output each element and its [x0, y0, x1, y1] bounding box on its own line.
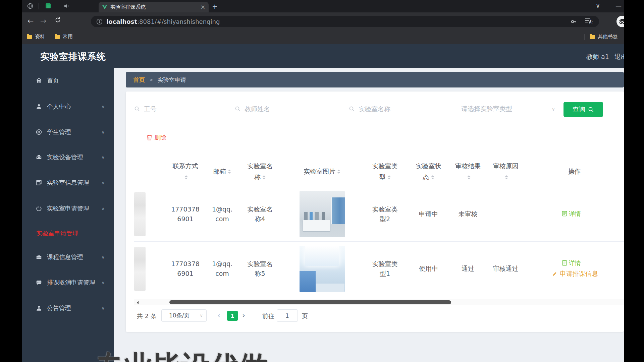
cell-lab-name: 实验室名称5	[238, 242, 282, 296]
user-label[interactable]: 教师 a1	[586, 53, 609, 61]
cell-lab-type: 实验室类型1	[362, 242, 408, 296]
sidebar-label: 学生管理	[47, 128, 71, 136]
info-icon[interactable]	[96, 18, 103, 25]
reload-icon[interactable]	[54, 16, 61, 23]
sort-icon[interactable]	[387, 174, 391, 181]
speaker-icon[interactable]	[64, 3, 70, 9]
url-host: localhost	[106, 18, 137, 25]
breadcrumb-home[interactable]: 首页	[133, 76, 145, 84]
delete-button[interactable]: 删除	[147, 133, 166, 141]
left-black-bar	[0, 0, 22, 362]
sidebar-label: 课程信息管理	[47, 253, 83, 261]
reading-list-icon[interactable]	[585, 17, 591, 24]
tab-title: 实验室排课系统	[110, 4, 198, 10]
globe-icon[interactable]	[27, 3, 34, 9]
bookmark-item[interactable]: 常用	[55, 34, 73, 40]
search-field-lab-name[interactable]	[349, 101, 436, 117]
cell-lab-status: 申请中	[408, 187, 449, 242]
new-tab-button[interactable]: +	[212, 2, 218, 10]
detail-link[interactable]: 详情	[562, 209, 581, 219]
goto-page-value: 1	[285, 312, 289, 319]
sort-icon[interactable]	[431, 174, 434, 181]
sidebar-item-course[interactable]: 课程信息管理 ∨	[22, 248, 114, 266]
cell-lab-status: 使用中	[408, 242, 449, 296]
key-icon[interactable]	[570, 18, 577, 25]
table-row[interactable]: 17703786901 1@qq.com 实验室名称5 实验室类型1 使用中 通…	[134, 242, 624, 296]
row-watermark-cell	[134, 242, 164, 296]
cell-audit-reason: 审核通过	[486, 242, 525, 296]
pencil-icon	[552, 271, 558, 277]
cell-audit-result: 未审核	[449, 187, 486, 242]
search-button[interactable]: 查询	[564, 102, 603, 117]
sidebar-item-lab-apply[interactable]: 实验室申请管理 ∧	[22, 200, 114, 217]
cell-audit-result: 通过	[449, 242, 486, 296]
detail-link[interactable]: 详情	[562, 258, 581, 268]
back-icon[interactable]: ←	[28, 17, 34, 25]
column-header-audit-result[interactable]: 审核结果	[449, 156, 486, 187]
other-bookmarks[interactable]: 其他书签	[590, 34, 618, 40]
sidebar-item-students[interactable]: 学生管理 ∨	[22, 123, 114, 141]
table-row[interactable]: 17703786901 1@qq.com 实验室名称4 实验室类型2 申请中 未…	[134, 187, 624, 242]
chevron-down-icon: ∨	[101, 306, 105, 311]
lab-photo[interactable]	[300, 246, 345, 292]
watermark-text: 专业毕设代做	[95, 347, 268, 362]
forward-icon[interactable]: →	[40, 17, 46, 25]
teacher-name-input[interactable]	[244, 105, 322, 113]
search-field-worker-id[interactable]	[134, 101, 221, 117]
column-header-contact[interactable]: 联系方式	[164, 156, 206, 187]
cell-actions: 详情 申请排课信息	[525, 242, 624, 296]
bookmark-item[interactable]: 资料	[27, 34, 45, 40]
lab-type-select[interactable]: 请选择实验室类型 ∨	[461, 101, 555, 117]
page-size-select[interactable]: 10条/页 ∨	[161, 309, 207, 322]
minimize-icon[interactable]: —	[615, 2, 622, 9]
column-header-lab-name[interactable]: 实验室名称	[238, 156, 282, 187]
browser-tab[interactable]: 实验室排课系统 ×	[99, 2, 209, 12]
chevron-down-icon: ∨	[552, 106, 555, 112]
sidebar-item-announcements[interactable]: 公告管理 ∨	[22, 299, 114, 317]
address-bar[interactable]: localhost :8081/#/shiyanshishenqing ☆	[91, 16, 599, 27]
lab-photo[interactable]	[300, 191, 345, 237]
next-page-button[interactable]: ›	[242, 310, 245, 320]
sidebar-sub-label: 实验室申请管理	[36, 229, 78, 237]
column-header-lab-type[interactable]: 实验室类型	[362, 156, 408, 187]
sort-icon[interactable]	[505, 174, 508, 181]
other-bookmarks-label: 其他书签	[598, 34, 618, 40]
goto-suffix: 页	[302, 312, 308, 320]
photo-detail	[300, 271, 316, 292]
column-header-email[interactable]: 邮箱	[206, 156, 238, 187]
folder-icon	[55, 35, 60, 39]
lab-name-input[interactable]	[358, 105, 436, 113]
scrollbar-left-arrow-icon[interactable]	[135, 301, 139, 304]
vue-logo-icon	[102, 5, 107, 9]
sort-icon[interactable]	[262, 174, 266, 181]
cell-audit-reason	[486, 187, 525, 242]
prev-page-button[interactable]: ‹	[217, 310, 220, 320]
column-header-audit-reason[interactable]: 审核原因	[486, 156, 525, 187]
sort-icon[interactable]	[337, 168, 340, 175]
sidebar-item-home[interactable]: 首页	[22, 72, 114, 89]
row-watermark-cell	[134, 187, 164, 242]
column-header-lab-status[interactable]: 实验室状态	[408, 156, 449, 187]
sort-icon[interactable]	[184, 174, 188, 181]
column-header-lab-image[interactable]: 实验室图片	[282, 156, 362, 187]
chevron-down-icon: ∨	[101, 130, 105, 135]
tab-close-icon[interactable]: ×	[201, 4, 205, 10]
breadcrumb: 首页 > 实验室申请	[126, 72, 624, 87]
page-number-current[interactable]: 1	[227, 311, 238, 321]
apply-schedule-link[interactable]: 申请排课信息	[552, 269, 598, 279]
search-field-teacher-name[interactable]	[235, 101, 322, 117]
sort-icon[interactable]	[228, 168, 231, 175]
sheet-icon[interactable]	[45, 3, 51, 9]
sidebar-item-equipment[interactable]: 实验设备管理 ∨	[22, 148, 114, 166]
sidebar-item-lab-info[interactable]: 实验室信息管理 ∨	[22, 174, 114, 191]
sidebar-item-profile[interactable]: 个人中心 ∨	[22, 98, 114, 115]
goto-page-input[interactable]: 1	[277, 309, 298, 322]
sidebar-subitem-lab-apply-manage[interactable]: 实验室申请管理	[36, 227, 110, 240]
sort-icon[interactable]	[467, 174, 471, 181]
chevron-down-icon: ∨	[200, 313, 203, 318]
worker-id-input[interactable]	[143, 105, 221, 113]
window-menu-icon[interactable]: ∨	[596, 2, 600, 9]
sidebar-item-cancel-apply[interactable]: 排课取消申请管理 ∨	[22, 274, 114, 291]
logout-link[interactable]: 退出	[614, 53, 624, 61]
scrollbar-thumb[interactable]	[169, 300, 451, 304]
